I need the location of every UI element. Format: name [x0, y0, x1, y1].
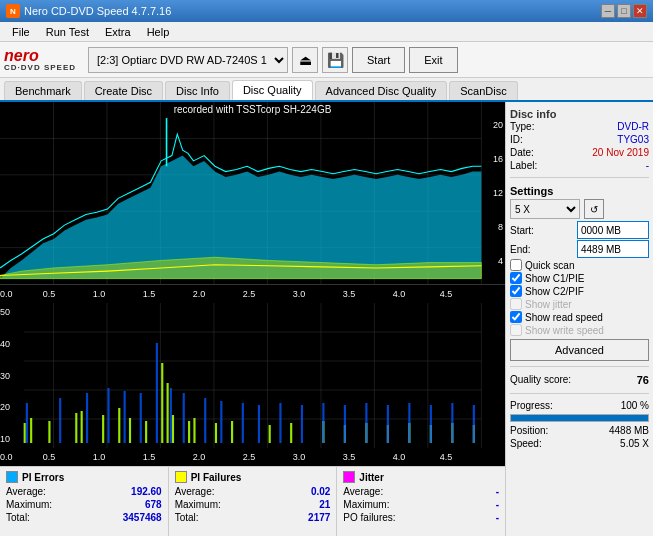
disc-id-row: ID: TYG03 — [510, 133, 649, 146]
x2-label-4-0: 4.0 — [393, 452, 406, 462]
advanced-button[interactable]: Advanced — [510, 339, 649, 361]
maximize-button[interactable]: □ — [617, 4, 631, 18]
position-label: Position: — [510, 425, 548, 436]
show-write-speed-row: Show write speed — [510, 324, 649, 336]
x2-label-3-0: 3.0 — [293, 452, 306, 462]
x-label-4-0: 4.0 — [393, 289, 406, 299]
start-button[interactable]: Start — [352, 47, 405, 73]
upper-chart: recorded with TSSTcorp SH-224GB 20 16 12… — [0, 102, 505, 285]
progress-label: Progress: — [510, 400, 553, 411]
refresh-button[interactable]: ↺ — [584, 199, 604, 219]
svg-rect-62 — [170, 388, 172, 443]
svg-rect-58 — [107, 388, 109, 443]
x2-label-0-5: 0.5 — [43, 452, 56, 462]
tab-advanced-disc-quality[interactable]: Advanced Disc Quality — [315, 81, 448, 100]
show-write-speed-checkbox[interactable] — [510, 324, 522, 336]
disc-id-label: ID: — [510, 134, 523, 145]
svg-rect-72 — [365, 403, 367, 443]
pi-failures-total-row: Total: 2177 — [175, 511, 331, 524]
speed-stat-label: Speed: — [510, 438, 542, 449]
y-label-20: 20 — [483, 120, 505, 130]
x-label-1-5: 1.5 — [143, 289, 156, 299]
menu-file[interactable]: File — [4, 24, 38, 40]
quick-scan-checkbox[interactable] — [510, 259, 522, 271]
menu-help[interactable]: Help — [139, 24, 178, 40]
show-read-speed-row: Show read speed — [510, 311, 649, 323]
start-field-input[interactable] — [577, 221, 649, 239]
svg-rect-32 — [75, 413, 77, 443]
y-label-12: 12 — [483, 188, 505, 198]
svg-rect-30 — [30, 418, 32, 443]
svg-rect-67 — [258, 405, 260, 443]
svg-rect-74 — [408, 403, 410, 443]
close-button[interactable]: ✕ — [633, 4, 647, 18]
app-icon: N — [6, 4, 20, 18]
show-read-speed-checkbox[interactable] — [510, 311, 522, 323]
eject-button[interactable]: ⏏ — [292, 47, 318, 73]
progress-fill — [511, 415, 648, 421]
exit-button[interactable]: Exit — [409, 47, 457, 73]
drive-select[interactable]: [2:3] Optiarc DVD RW AD-7240S 1.04 — [88, 47, 288, 73]
speed-select[interactable]: 5 X — [510, 199, 580, 219]
y2-label-30: 30 — [0, 371, 22, 381]
pi-errors-max-label: Maximum: — [6, 499, 52, 510]
upper-y-axis: 20 16 12 8 4 — [483, 120, 505, 266]
progress-row: Progress: 100 % — [510, 399, 649, 412]
show-c2-checkbox[interactable] — [510, 285, 522, 297]
svg-rect-68 — [279, 403, 281, 443]
pi-failures-avg-row: Average: 0.02 — [175, 485, 331, 498]
svg-rect-34 — [102, 415, 104, 443]
chart-title: recorded with TSSTcorp SH-224GB — [174, 104, 332, 115]
show-jitter-checkbox[interactable] — [510, 298, 522, 310]
tab-disc-info[interactable]: Disc Info — [165, 81, 230, 100]
menu-extra[interactable]: Extra — [97, 24, 139, 40]
tab-benchmark[interactable]: Benchmark — [4, 81, 82, 100]
titlebar-buttons: ─ □ ✕ — [601, 4, 647, 18]
quick-scan-label: Quick scan — [525, 260, 574, 271]
lower-chart-svg — [0, 303, 505, 448]
settings-title: Settings — [510, 185, 649, 197]
pi-errors-avg-row: Average: 192.60 — [6, 485, 162, 498]
divider-1 — [510, 177, 649, 178]
pi-failures-max-val: 21 — [319, 499, 330, 510]
disc-date-label: Date: — [510, 147, 534, 158]
tab-create-disc[interactable]: Create Disc — [84, 81, 163, 100]
tab-scandisc[interactable]: ScanDisc — [449, 81, 517, 100]
minimize-button[interactable]: ─ — [601, 4, 615, 18]
jitter-po-label: PO failures: — [343, 512, 395, 523]
save-button[interactable]: 💾 — [322, 47, 348, 73]
progress-val: 100 % — [621, 400, 649, 411]
tab-disc-quality[interactable]: Disc Quality — [232, 80, 313, 100]
chart-legend: PI Errors Average: 192.60 Maximum: 678 T… — [0, 466, 505, 536]
legend-jitter: Jitter Average: - Maximum: - PO failures… — [337, 467, 505, 536]
svg-rect-64 — [204, 398, 206, 443]
menu-run-test[interactable]: Run Test — [38, 24, 97, 40]
titlebar-left: N Nero CD-DVD Speed 4.7.7.16 — [6, 4, 171, 18]
pi-errors-avg-label: Average: — [6, 486, 46, 497]
x2-label-1-0: 1.0 — [93, 452, 106, 462]
jitter-po-val: - — [496, 512, 499, 523]
start-field-label: Start: — [510, 225, 550, 236]
end-field-input[interactable] — [577, 240, 649, 258]
disc-type-label: Type: — [510, 121, 534, 132]
x2-label-2-5: 2.5 — [243, 452, 256, 462]
jitter-max-label: Maximum: — [343, 499, 389, 510]
legend-pi-errors-label: PI Errors — [22, 472, 64, 483]
y2-label-10: 10 — [0, 434, 22, 444]
svg-rect-43 — [215, 423, 217, 443]
jitter-max-val: - — [496, 499, 499, 510]
pi-errors-avg-val: 192.60 — [131, 486, 162, 497]
legend-pi-errors: PI Errors Average: 192.60 Maximum: 678 T… — [0, 467, 169, 536]
svg-rect-45 — [269, 425, 271, 443]
disc-date-val: 20 Nov 2019 — [592, 147, 649, 158]
pi-failures-avg-label: Average: — [175, 486, 215, 497]
y2-label-20: 20 — [0, 402, 22, 412]
logo-cdvd: CD·DVD SPEED — [4, 64, 76, 72]
svg-rect-59 — [124, 391, 126, 443]
svg-rect-39 — [167, 383, 169, 443]
end-field-label: End: — [510, 244, 550, 255]
pi-failures-total-val: 2177 — [308, 512, 330, 523]
show-c1-checkbox[interactable] — [510, 272, 522, 284]
svg-rect-44 — [231, 421, 233, 443]
jitter-po-row: PO failures: - — [343, 511, 499, 524]
